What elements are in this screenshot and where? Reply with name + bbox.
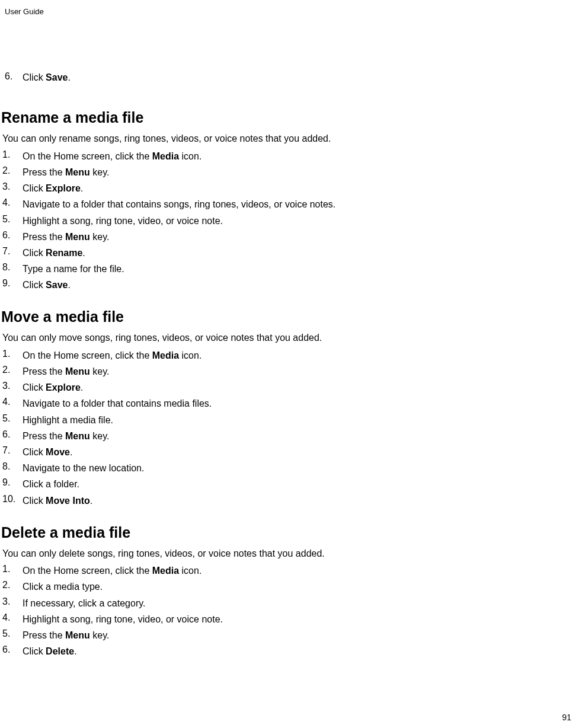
text-part: . <box>68 280 70 290</box>
step-item: 6.Press the Menu key. <box>2 429 576 443</box>
step-item: 9.Click Save. <box>2 278 576 292</box>
text-part: . <box>74 646 76 656</box>
step-item: 4.Navigate to a folder that contains son… <box>2 197 576 211</box>
section-intro: You can only rename songs, ring tones, v… <box>0 132 576 145</box>
section: Move a media fileYou can only move songs… <box>0 308 576 507</box>
text-part: . <box>81 183 83 193</box>
text-bold: Move <box>46 447 70 457</box>
step-text: Click Delete. <box>23 644 77 658</box>
step-number: 8. <box>2 262 23 276</box>
step-number: 7. <box>2 246 23 260</box>
step-number: 1. <box>2 149 23 163</box>
step-item: 1.On the Home screen, click the Media ic… <box>2 349 576 362</box>
step-text: Press the Menu key. <box>23 628 109 642</box>
step-number: 6. <box>2 644 23 658</box>
step-text: On the Home screen, click the Media icon… <box>23 149 201 163</box>
text-part: icon. <box>179 151 201 161</box>
text-part: key. <box>90 232 110 242</box>
step-item: 5.Highlight a media file. <box>2 413 576 427</box>
text-part: Press the <box>23 366 65 376</box>
text-part: key. <box>90 431 110 441</box>
text-part: Highlight a song, ring tone, video, or v… <box>23 614 223 624</box>
text-bold: Explore <box>46 183 81 193</box>
step-text: Highlight a song, ring tone, video, or v… <box>23 214 223 228</box>
step-text: Click a media type. <box>23 580 103 593</box>
section: Delete a media fileYou can only delete s… <box>0 524 576 659</box>
step-text: Press the Menu key. <box>23 165 109 179</box>
section-intro: You can only delete songs, ring tones, v… <box>0 547 576 560</box>
step-number: 6. <box>2 230 23 244</box>
section: Rename a media fileYou can only rename s… <box>0 109 576 292</box>
initial-step: 6. Click Save. <box>0 71 576 84</box>
text-part: key. <box>90 366 110 376</box>
step-text: Click Move. <box>23 445 72 459</box>
text-part: key. <box>90 630 110 640</box>
step-number: 1. <box>2 349 23 362</box>
text-bold: Explore <box>46 382 81 392</box>
text-part: Click <box>23 248 46 258</box>
text-part: Click <box>23 183 46 193</box>
step-text: Press the Menu key. <box>23 365 109 378</box>
step-text: Press the Menu key. <box>23 429 109 443</box>
step-item: 4.Navigate to a folder that contains med… <box>2 397 576 410</box>
text-part: Click <box>23 496 46 506</box>
step-item: 5.Press the Menu key. <box>2 628 576 642</box>
text-bold: Save <box>46 280 68 290</box>
step-text: Press the Menu key. <box>23 230 109 244</box>
text-part: Click <box>23 447 46 457</box>
step-text: Navigate to a folder that contains media… <box>23 397 212 410</box>
step-text: If necessary, click a category. <box>23 596 145 610</box>
text-bold: Move Into <box>46 496 90 506</box>
step-number: 5. <box>2 214 23 228</box>
step-item: 4.Highlight a song, ring tone, video, or… <box>2 612 576 626</box>
section-intro: You can only move songs, ring tones, vid… <box>0 331 576 344</box>
step-item: 2.Press the Menu key. <box>2 365 576 378</box>
text-part: If necessary, click a category. <box>23 598 145 608</box>
text-part: . <box>81 382 83 392</box>
step-item: 7.Click Rename. <box>2 246 576 260</box>
text-part: On the Home screen, click the <box>23 350 152 360</box>
text-part: On the Home screen, click the <box>23 151 152 161</box>
step-number: 4. <box>2 397 23 410</box>
step-number: 9. <box>2 278 23 292</box>
text-bold: Menu <box>65 630 90 640</box>
step-number: 6. <box>2 429 23 443</box>
text-part: Click a folder. <box>23 479 79 489</box>
step-item: 2.Press the Menu key. <box>2 165 576 179</box>
text-part: Press the <box>23 167 65 177</box>
header-label: User Guide <box>5 7 44 16</box>
text-part: Navigate to a folder that contains media… <box>23 398 212 408</box>
text-bold: Menu <box>65 366 90 376</box>
step-item: 3.Click Explore. <box>2 181 576 195</box>
step-text: Navigate to a folder that contains songs… <box>23 197 335 211</box>
step-list: 1.On the Home screen, click the Media ic… <box>0 349 576 507</box>
step-text: Navigate to the new location. <box>23 461 144 475</box>
text-bold: Rename <box>46 248 82 258</box>
text-part: . <box>70 447 72 457</box>
step-item: 6.Click Delete. <box>2 644 576 658</box>
step-text: On the Home screen, click the Media icon… <box>23 349 201 362</box>
step-text: On the Home screen, click the Media icon… <box>23 564 201 577</box>
step-list: 1.On the Home screen, click the Media ic… <box>0 149 576 292</box>
text-part: Press the <box>23 232 65 242</box>
text-part: Click <box>23 646 46 656</box>
step-text: Type a name for the file. <box>23 262 124 276</box>
text-part: icon. <box>179 566 201 576</box>
step-number: 4. <box>2 612 23 626</box>
step-number: 2. <box>2 165 23 179</box>
text-bold: Media <box>152 566 179 576</box>
text-part: Navigate to the new location. <box>23 463 144 473</box>
step-item: 1.On the Home screen, click the Media ic… <box>2 149 576 163</box>
text-part: . <box>68 72 70 82</box>
text-part: Press the <box>23 431 65 441</box>
text-part: Click <box>23 72 46 82</box>
text-part: Highlight a media file. <box>23 415 113 425</box>
step-number: 7. <box>2 445 23 459</box>
step-number: 5. <box>2 413 23 427</box>
text-part: icon. <box>179 350 201 360</box>
step-text: Click Save. <box>23 278 71 292</box>
text-part: Press the <box>23 630 65 640</box>
step-item: 7.Click Move. <box>2 445 576 459</box>
text-bold: Media <box>152 151 179 161</box>
step-item: 5.Highlight a song, ring tone, video, or… <box>2 214 576 228</box>
